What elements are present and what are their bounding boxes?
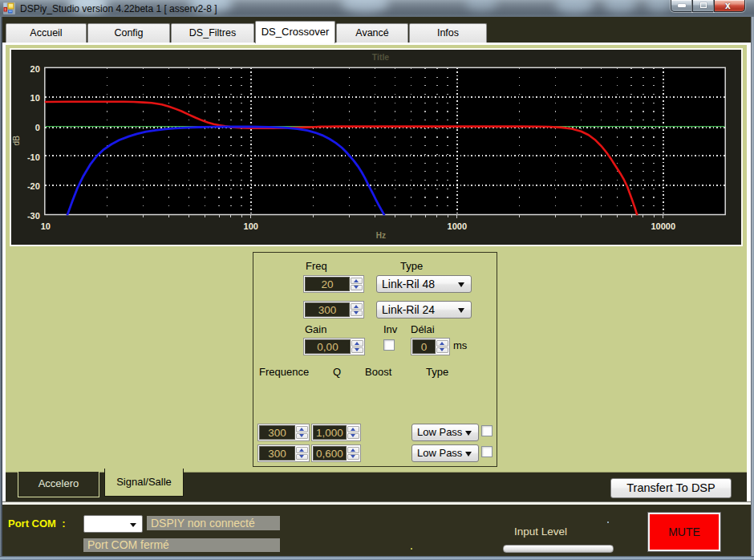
- svg-text:Title: Title: [372, 52, 390, 62]
- svg-text:-30: -30: [27, 211, 40, 221]
- svg-text:Hz: Hz: [376, 231, 386, 240]
- svg-text:-10: -10: [27, 152, 40, 162]
- svg-text:100: 100: [244, 221, 258, 231]
- svg-text:dB: dB: [12, 136, 21, 146]
- svg-text:-20: -20: [27, 181, 40, 191]
- svg-text:1000: 1000: [448, 221, 467, 231]
- svg-text:0: 0: [35, 123, 40, 132]
- svg-text:10000: 10000: [651, 221, 676, 231]
- svg-text:20: 20: [30, 64, 40, 74]
- svg-text:10: 10: [41, 221, 51, 231]
- svg-text:10: 10: [30, 94, 40, 103]
